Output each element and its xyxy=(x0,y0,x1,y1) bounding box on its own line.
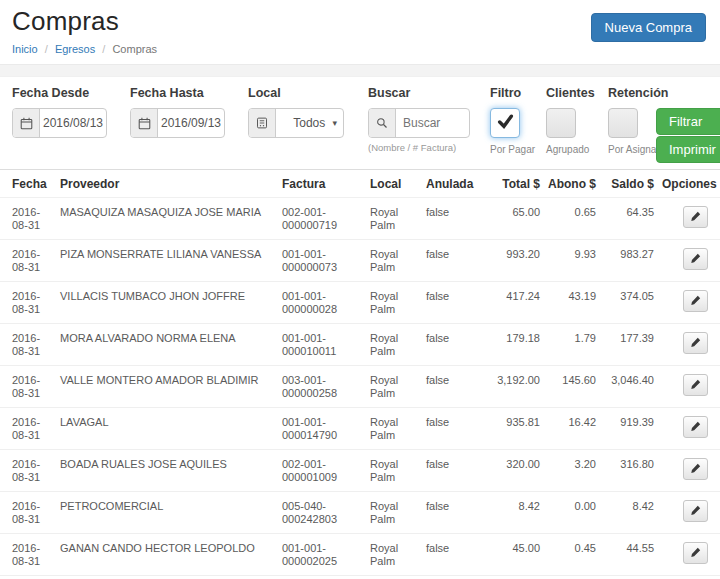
cell-total: 179.18 xyxy=(482,324,544,366)
cell-fecha: 2016-08-31 xyxy=(0,450,56,492)
divider-band xyxy=(0,64,720,77)
edit-button[interactable] xyxy=(683,290,708,312)
cell-fecha: 2016-08-31 xyxy=(0,282,56,324)
edit-button[interactable] xyxy=(683,500,708,522)
fecha-hasta-input[interactable] xyxy=(158,109,224,137)
table-row: 2016-08-31VALLE MONTERO AMADOR BLADIMIR0… xyxy=(0,366,720,408)
fecha-desde-input[interactable] xyxy=(40,109,106,137)
breadcrumb-separator: / xyxy=(45,43,48,55)
breadcrumb-inicio[interactable]: Inicio xyxy=(12,43,38,55)
cell-total: 8.42 xyxy=(482,492,544,534)
filtro-group: Filtro Por Pagar xyxy=(490,86,535,155)
edit-button[interactable] xyxy=(683,206,708,228)
local-label: Local xyxy=(248,86,344,100)
cell-abono: 0.45 xyxy=(544,534,600,576)
column-header: Fecha xyxy=(0,170,56,198)
cell-factura: 001-001-000010011 xyxy=(278,324,366,366)
cell-abono: 0.00 xyxy=(544,492,600,534)
cell-opciones xyxy=(658,534,720,576)
filter-bar: Fecha Desde Fecha Hasta Local Todos ▾ xyxy=(0,77,720,167)
local-selected-value: Todos xyxy=(286,116,332,130)
pencil-icon xyxy=(690,336,701,351)
por-pagar-label: Por Pagar xyxy=(490,144,535,155)
column-header: Opciones xyxy=(658,170,720,198)
breadcrumb-egresos[interactable]: Egresos xyxy=(55,43,95,55)
pencil-icon xyxy=(690,546,701,561)
cell-opciones xyxy=(658,282,720,324)
cell-total: 65.00 xyxy=(482,198,544,240)
cell-abono: 9.93 xyxy=(544,240,600,282)
check-icon xyxy=(497,113,514,133)
table-header: FechaProveedorFacturaLocalAnuladaTotal $… xyxy=(0,170,720,198)
clientes-group: Clientes Agrupado xyxy=(546,86,595,155)
table-row: 2016-08-31PETROCOMERCIAL005-040-00024280… xyxy=(0,492,720,534)
cell-fecha: 2016-08-31 xyxy=(0,576,56,579)
column-header: Anulada xyxy=(422,170,482,198)
cell-local: Royal Palm xyxy=(366,492,422,534)
edit-button[interactable] xyxy=(683,332,708,354)
cell-local: Royal Palm xyxy=(366,240,422,282)
cell-opciones xyxy=(658,324,720,366)
cell-factura: 002-001-000001009 xyxy=(278,450,366,492)
cell-proveedor: MORA ALVARADO NORMA ELENA xyxy=(56,324,278,366)
cell-saldo: 64.35 xyxy=(600,198,658,240)
cell-anulada: false xyxy=(422,324,482,366)
edit-button[interactable] xyxy=(683,374,708,396)
cell-total: 935.81 xyxy=(482,408,544,450)
cell-total: 3,192.00 xyxy=(482,366,544,408)
cell-local: Royal Palm xyxy=(366,450,422,492)
cell-abono: 145.60 xyxy=(544,366,600,408)
imprimir-button[interactable]: Imprimir xyxy=(656,136,720,163)
cell-factura: 001-001-000014790 xyxy=(278,408,366,450)
cell-fecha: 2016-08-31 xyxy=(0,408,56,450)
pencil-icon xyxy=(690,378,701,393)
cell-anulada: false xyxy=(422,240,482,282)
agrupado-checkbox[interactable] xyxy=(546,108,576,138)
cell-anulada: false xyxy=(422,576,482,579)
pencil-icon xyxy=(690,462,701,477)
buscar-hint: (Nombre / # Factura) xyxy=(368,142,470,153)
breadcrumb-current: Compras xyxy=(112,43,157,55)
cell-local: Royal Palm xyxy=(366,282,422,324)
table-row: 2016-08-31LAVAGAL001-001-000014790Royal … xyxy=(0,408,720,450)
por-pagar-checkbox[interactable] xyxy=(490,108,520,138)
pencil-icon xyxy=(690,252,701,267)
agrupado-label: Agrupado xyxy=(546,144,595,155)
cell-local: Royal Palm xyxy=(366,324,422,366)
table-body: 2016-08-31MASAQUIZA MASAQUIZA JOSE MARIA… xyxy=(0,198,720,579)
clientes-label: Clientes xyxy=(546,86,595,100)
column-header: Proveedor xyxy=(56,170,278,198)
table-row: 2016-08-31MASAQUIZA MASAQUIZA JOSE MARIA… xyxy=(0,198,720,240)
cell-fecha: 2016-08-31 xyxy=(0,240,56,282)
column-header: Total $ xyxy=(482,170,544,198)
buscar-label: Buscar xyxy=(368,86,470,100)
cell-opciones xyxy=(658,408,720,450)
cell-anulada: false xyxy=(422,198,482,240)
cell-factura: 001-001-000002025 xyxy=(278,534,366,576)
cell-proveedor: BOADA RUALES JOSE AQUILES xyxy=(56,450,278,492)
nueva-compra-button[interactable]: Nueva Compra xyxy=(591,13,706,42)
cell-anulada: false xyxy=(422,450,482,492)
cell-abono: 132.00 xyxy=(544,576,600,579)
edit-button[interactable] xyxy=(683,458,708,480)
cell-local: Royal Palm xyxy=(366,576,422,579)
por-asignar-checkbox[interactable] xyxy=(608,108,638,138)
column-header: Abono $ xyxy=(544,170,600,198)
cell-opciones xyxy=(658,492,720,534)
filtrar-button[interactable]: Filtrar xyxy=(656,108,720,135)
buscar-group: Buscar (Nombre / # Factura) xyxy=(368,86,470,153)
edit-button[interactable] xyxy=(683,248,708,270)
cell-local: Royal Palm xyxy=(366,534,422,576)
local-select[interactable]: Todos ▾ xyxy=(276,109,343,137)
edit-button[interactable] xyxy=(683,416,708,438)
table-row: 2016-08-31MORA ALVARADO NORMA ELENA001-0… xyxy=(0,324,720,366)
fecha-desde-label: Fecha Desde xyxy=(12,86,107,100)
cell-total: 993.20 xyxy=(482,240,544,282)
cell-opciones xyxy=(658,576,720,579)
cell-proveedor: LAVAGAL xyxy=(56,408,278,450)
pencil-icon xyxy=(690,504,701,519)
buscar-input[interactable] xyxy=(396,109,469,137)
cell-fecha: 2016-08-31 xyxy=(0,198,56,240)
search-icon xyxy=(369,109,396,137)
edit-button[interactable] xyxy=(683,542,708,564)
